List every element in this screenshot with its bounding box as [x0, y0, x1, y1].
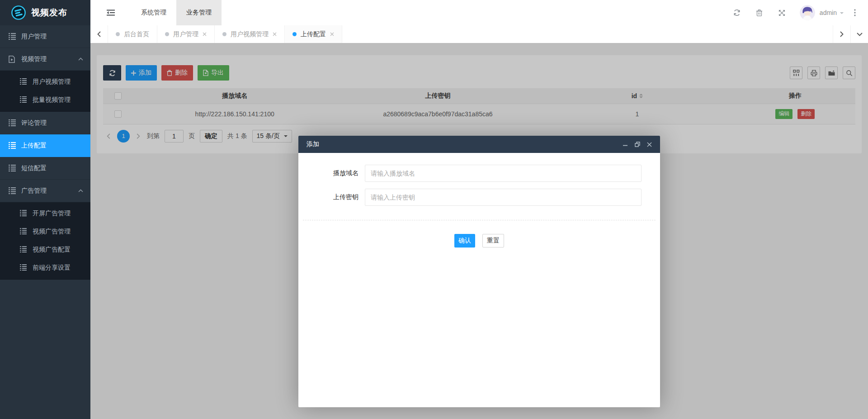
more-vertical-icon[interactable] — [847, 0, 863, 25]
sidebar-item-label: 视频广告配置 — [33, 246, 71, 254]
sidebar-item-video-ad-config[interactable]: 视频广告配置 — [0, 241, 90, 259]
tabs-menu-icon[interactable] — [850, 25, 868, 43]
fullscreen-icon[interactable] — [771, 0, 793, 25]
close-icon[interactable] — [330, 32, 334, 36]
menu-fold-icon[interactable] — [105, 0, 117, 25]
avatar[interactable] — [800, 5, 815, 20]
tab-dot-icon — [165, 32, 169, 36]
add-dialog: 添加 播放域名 上传密钥 确认 重置 — [298, 136, 660, 407]
topbar-nav: 系统管理 业务管理 — [131, 0, 222, 25]
sidebar-submenu-video: 用户视频管理 批量视频管理 — [0, 71, 90, 112]
sidebar-item-ad-management[interactable]: 广告管理 — [0, 180, 90, 202]
sidebar-item-sms-config[interactable]: 短信配置 — [0, 157, 90, 180]
refresh-icon[interactable] — [726, 0, 748, 25]
list-icon — [20, 78, 27, 86]
sidebar-item-label: 用户视频管理 — [33, 78, 71, 86]
tabs-scroll-right-icon[interactable] — [833, 25, 850, 43]
minimize-icon[interactable] — [623, 142, 628, 147]
sidebar-item-user-management[interactable]: 用户管理 — [0, 25, 90, 48]
list-icon — [20, 96, 27, 104]
tab-dot-icon — [222, 32, 226, 36]
app-logo-icon — [11, 5, 26, 20]
tab-upload-config[interactable]: 上传配置 — [285, 25, 342, 43]
dialog-actions: 确认 重置 — [298, 234, 660, 248]
list-icon — [20, 228, 27, 235]
sidebar-item-label: 批量视频管理 — [33, 96, 71, 104]
key-field-label: 上传密钥 — [331, 193, 359, 201]
nav-tab-label: 系统管理 — [141, 9, 166, 17]
list-icon — [9, 165, 16, 172]
domain-field[interactable] — [365, 165, 642, 182]
tab-user-management[interactable]: 用户管理 — [157, 25, 215, 43]
app-logo: 视频发布 — [0, 0, 90, 25]
list-icon — [20, 246, 27, 253]
confirm-button[interactable]: 确认 — [454, 234, 475, 248]
sidebar-item-label: 评论管理 — [21, 119, 47, 127]
dialog-body: 播放域名 上传密钥 确认 重置 — [298, 153, 660, 248]
chevron-up-icon — [78, 189, 83, 192]
dialog-controls — [623, 142, 652, 147]
key-field[interactable] — [365, 189, 642, 206]
sidebar-item-splash-ad-management[interactable]: 开屏广告管理 — [0, 205, 90, 223]
list-icon — [9, 119, 16, 127]
sidebar-item-label: 短信配置 — [21, 164, 47, 172]
sidebar-item-label: 上传配置 — [21, 142, 47, 150]
nav-tab-business-management[interactable]: 业务管理 — [176, 0, 222, 25]
video-file-icon — [9, 56, 16, 63]
sidebar-item-label: 广告管理 — [21, 187, 47, 195]
tab-dot-icon — [292, 32, 297, 36]
form-row-domain: 播放域名 — [331, 165, 660, 182]
tabs-scroll-left-icon[interactable] — [90, 25, 108, 43]
sidebar-item-label: 视频广告管理 — [33, 228, 71, 236]
sidebar-item-batch-video-management[interactable]: 批量视频管理 — [0, 91, 90, 109]
tabbar: 后台首页 用户管理 用户视频管理 上传配置 — [90, 25, 868, 43]
form-row-key: 上传密钥 — [331, 189, 660, 206]
tab-home[interactable]: 后台首页 — [108, 25, 157, 43]
caret-down-icon — [840, 12, 844, 16]
tab-label: 上传配置 — [301, 30, 326, 38]
list-icon — [9, 187, 16, 195]
divider — [303, 220, 656, 220]
nav-tab-label: 业务管理 — [186, 9, 212, 17]
sidebar-item-frontend-share-settings[interactable]: 前端分享设置 — [0, 259, 90, 277]
sidebar-item-video-management[interactable]: 视频管理 — [0, 48, 90, 71]
tab-label: 后台首页 — [124, 30, 149, 38]
tab-label: 用户管理 — [173, 30, 198, 38]
list-icon — [20, 210, 27, 217]
reset-button[interactable]: 重置 — [482, 234, 504, 248]
sidebar-item-video-ad-management[interactable]: 视频广告管理 — [0, 223, 90, 241]
dialog-header[interactable]: 添加 — [298, 136, 660, 153]
sidebar-item-label: 用户管理 — [21, 33, 47, 41]
close-icon[interactable] — [647, 142, 652, 147]
sidebar-item-upload-config[interactable]: 上传配置 — [0, 134, 90, 157]
tabbar-right — [833, 25, 868, 43]
topbar-right: admin — [726, 0, 868, 25]
sidebar-submenu-ads: 开屏广告管理 视频广告管理 视频广告配置 前端分享设置 — [0, 202, 90, 280]
list-icon — [9, 142, 16, 149]
sidebar-item-comment-management[interactable]: 评论管理 — [0, 112, 90, 134]
close-icon[interactable] — [273, 32, 277, 36]
sidebar-item-label: 开屏广告管理 — [33, 210, 71, 218]
trash-icon[interactable] — [748, 0, 771, 25]
topbar: 系统管理 业务管理 admin — [90, 0, 868, 25]
sidebar-item-label: 前端分享设置 — [33, 264, 71, 272]
close-icon[interactable] — [203, 32, 207, 36]
sidebar: 视频发布 用户管理 视频管理 用户视频管理 批量视频管理 评论管理 上传配置 短… — [0, 0, 90, 419]
tab-label: 用户视频管理 — [231, 30, 269, 38]
tab-user-video-management[interactable]: 用户视频管理 — [215, 25, 285, 43]
dialog-title: 添加 — [307, 140, 319, 148]
sidebar-item-label: 视频管理 — [21, 55, 47, 63]
user-name: admin — [820, 9, 837, 16]
list-icon — [20, 264, 27, 271]
maximize-icon[interactable] — [635, 142, 640, 147]
list-icon — [9, 33, 16, 40]
user-menu[interactable]: admin — [820, 9, 844, 16]
domain-field-label: 播放域名 — [331, 169, 359, 177]
tab-dot-icon — [116, 32, 120, 36]
sidebar-item-user-video-management[interactable]: 用户视频管理 — [0, 73, 90, 91]
nav-tab-system-management[interactable]: 系统管理 — [131, 0, 176, 25]
chevron-up-icon — [78, 57, 83, 61]
app-title: 视频发布 — [31, 7, 67, 19]
